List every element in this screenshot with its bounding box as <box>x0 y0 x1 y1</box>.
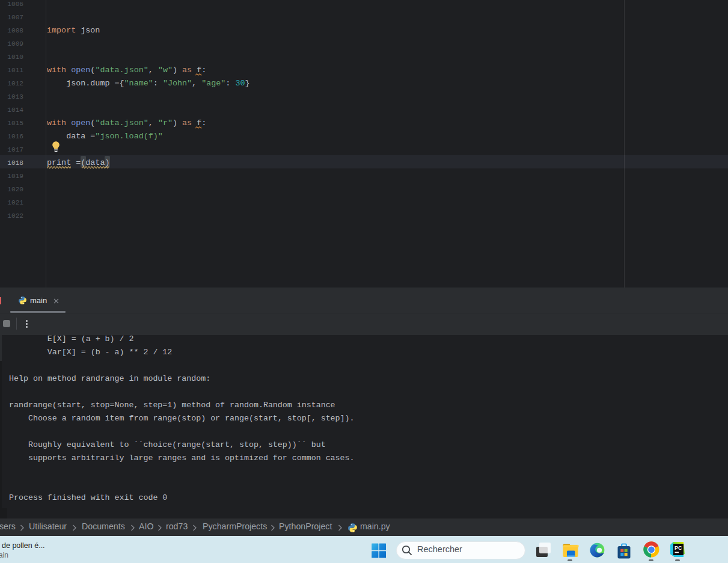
svg-text:PC: PC <box>674 545 682 551</box>
